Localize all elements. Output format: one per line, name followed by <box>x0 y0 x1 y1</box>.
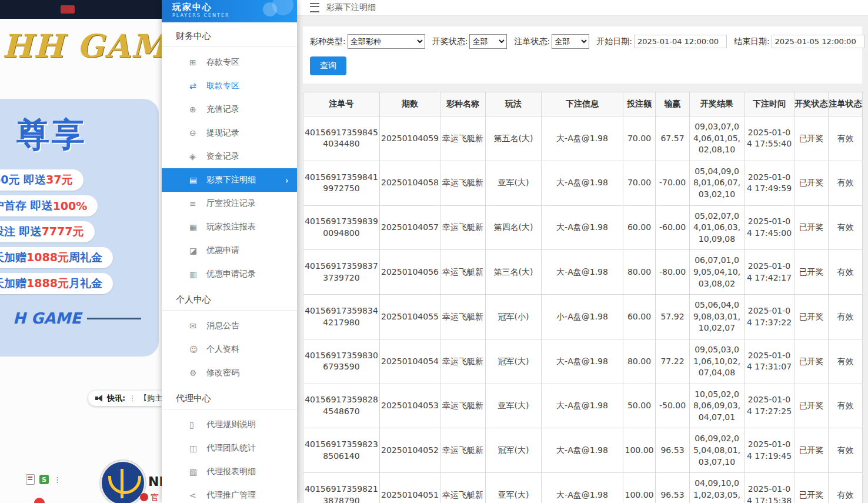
start-date-input[interactable] <box>634 35 727 48</box>
pill-text: 60元 即送 <box>0 172 46 188</box>
period-cell: 20250104055 <box>380 295 440 339</box>
period-cell: 20250104057 <box>380 205 440 250</box>
order-status-label: 注单状态: <box>514 36 550 47</box>
bet-no-cell: 401569173598284548670 <box>303 384 380 428</box>
lottery-name-cell: 幸运飞艇新 <box>440 161 486 205</box>
more-dots-icon[interactable]: ⋮ <box>54 475 61 484</box>
draw-status-select[interactable]: 全部 <box>469 34 507 49</box>
sidebar-item[interactable]: 修改密码 › <box>162 361 297 385</box>
column-header: 投注额 <box>623 92 656 116</box>
news-ticker[interactable]: 快讯: ⋮ 【购主 <box>88 391 162 406</box>
sidebar-item[interactable]: 提现记录 › <box>162 121 297 145</box>
sidebar-item[interactable]: 个人资料 › <box>162 338 297 361</box>
column-header: 期数 <box>380 92 440 116</box>
play-cell: 亚军(大) <box>486 473 542 503</box>
sidebar-item[interactable]: 存款专区 › <box>162 51 297 74</box>
result-cell: 06,09,02,05,04,08,01,03,07,10 <box>690 428 745 473</box>
table-row: 401569173598344217980 20250104055 幸运飞艇新 … <box>303 295 863 339</box>
lottery-type-filter: 彩种类型: 全部彩种 <box>310 34 425 49</box>
bet-time-cell: 2025-01-04 17:45:00 <box>745 205 794 250</box>
sidebar-item[interactable]: 优惠申请 › <box>162 239 297 262</box>
play-cell: 冠军(大) <box>486 339 542 384</box>
sidebar-item[interactable]: 厅室投注记录 › <box>162 192 297 215</box>
sidebar-item[interactable]: 消息公告 › <box>162 314 297 338</box>
lottery-type-select[interactable]: 全部彩种 <box>348 34 425 49</box>
amount-cell: 100.00 <box>623 428 656 473</box>
query-button[interactable]: 查询 <box>310 56 346 75</box>
sidebar-item-label: 充值记录 <box>206 104 239 115</box>
order-status-cell: 有效 <box>829 161 863 205</box>
sidebar-item[interactable]: 代理报表明细 › <box>162 460 297 484</box>
amount-cell: 50.00 <box>623 384 656 428</box>
bet-info-cell: 大-A盘@1.98 <box>542 250 623 295</box>
draw-status-cell: 已开奖 <box>794 384 829 428</box>
play-cell: 冠军(大) <box>486 428 542 473</box>
play-cell: 第三名(大) <box>486 250 542 295</box>
pill-highlight: 37元 <box>46 172 72 188</box>
sidebar-item-icon <box>189 239 197 262</box>
pill-text: 户首存 即送 <box>0 198 53 214</box>
start-date-label: 开始日期: <box>596 36 632 47</box>
bet-info-cell: 大-A盘@1.98 <box>542 116 623 161</box>
sidebar-section-agent: 代理中心 代理规则说明 › 代理团队统计 › <box>162 385 297 503</box>
hamburger-menu-icon[interactable] <box>310 3 319 12</box>
sidebar-item[interactable]: 优惠申请记录 › <box>162 262 297 286</box>
bet-info-cell: 大-A盘@1.98 <box>542 339 623 384</box>
sidebar-item-label: 厅室投注记录 <box>206 198 256 209</box>
promo-pill: 60元 即送37元 <box>0 169 84 191</box>
end-date-label: 结束日期: <box>734 36 770 47</box>
order-status-select[interactable]: 全部 <box>552 34 589 49</box>
end-date-input[interactable] <box>772 35 864 48</box>
end-date-filter: 结束日期: <box>734 35 864 48</box>
promo-pill: 户首存 即送100% <box>0 195 98 216</box>
sidebar-item-icon <box>189 215 197 239</box>
draw-status-label: 开奖状态: <box>432 36 468 47</box>
lottery-name-cell: 幸运飞艇新 <box>440 205 486 250</box>
sidebar-item[interactable]: 彩票下注明细 › <box>162 168 297 192</box>
sidebar-item-label: 彩票下注明细 <box>206 175 256 185</box>
pill-highlight: 1088元 <box>26 250 69 265</box>
order-status-cell: 有效 <box>829 384 863 428</box>
sidebar-item-label: 优惠申请记录 <box>206 269 256 279</box>
table-row: 401569173598238506140 20250104052 幸运飞艇新 … <box>303 428 863 473</box>
bet-info-cell: 大-A盘@1.98 <box>542 205 623 250</box>
lottery-type-label: 彩种类型: <box>310 36 346 47</box>
sidebar-item[interactable]: 代理团队统计 › <box>162 437 297 460</box>
amount-cell: 70.00 <box>623 116 656 161</box>
sidebar-item[interactable]: 资金记录 › <box>162 145 297 168</box>
result-cell: 09,03,07,04,06,01,05,02,08,10 <box>690 116 745 161</box>
promo-title: 尊享 <box>16 113 159 158</box>
sidebar-item-label: 代理报表明细 <box>206 467 256 477</box>
sidebar-item[interactable]: 代理规则说明 › <box>162 413 297 437</box>
s-extension-icon[interactable]: S <box>39 475 49 484</box>
red-badge-icon <box>140 493 148 501</box>
sidebar-item[interactable]: 玩家投注报表 › <box>162 215 297 239</box>
table-row: 401569173598306793590 20250104054 幸运飞艇新 … <box>303 339 863 384</box>
sidebar-item[interactable]: 取款专区 › <box>162 74 297 98</box>
period-cell: 20250104053 <box>380 384 440 428</box>
play-cell: 亚军(大) <box>486 161 542 205</box>
draw-status-cell: 已开奖 <box>794 339 829 384</box>
document-extension-icon[interactable] <box>26 474 35 485</box>
period-cell: 20250104052 <box>380 428 440 473</box>
result-cell: 05,02,07,04,01,06,03,10,09,08 <box>690 205 745 250</box>
site-logo: HH GAME <box>2 27 162 65</box>
bet-no-cell: 401569173598238506140 <box>303 428 380 473</box>
pill-highlight: 1888元 <box>26 276 69 291</box>
pill-text: 天加赠 <box>0 250 26 265</box>
sidebar-header: 玩家中心 PLAYERS CENTER <box>162 0 297 22</box>
result-cell: 06,07,01,09,05,04,10,03,08,02 <box>690 250 745 295</box>
lottery-name-cell: 幸运飞艇新 <box>440 250 486 295</box>
page-header-bar: 彩票下注明细 <box>297 0 868 16</box>
sidebar-item-icon <box>189 413 194 437</box>
floating-red-button[interactable] <box>34 498 45 503</box>
lottery-name-cell: 幸运飞艇新 <box>440 116 486 161</box>
filter-panel: 彩种类型: 全部彩种 开奖状态: 全部 注单状态: 全部 <box>303 26 862 84</box>
sidebar-item[interactable]: 代理推广管理 › <box>162 484 297 503</box>
sidebar-item[interactable]: 充值记录 › <box>162 98 297 121</box>
personal-item-list: 消息公告 › 个人资料 › 修改密码 › <box>162 314 297 385</box>
sidebar-item-label: 消息公告 <box>206 321 239 331</box>
sidebar-item-label: 提现记录 <box>206 128 239 138</box>
sidebar-item-icon <box>189 168 197 192</box>
bet-time-cell: 2025-01-04 17:55:40 <box>745 116 794 161</box>
